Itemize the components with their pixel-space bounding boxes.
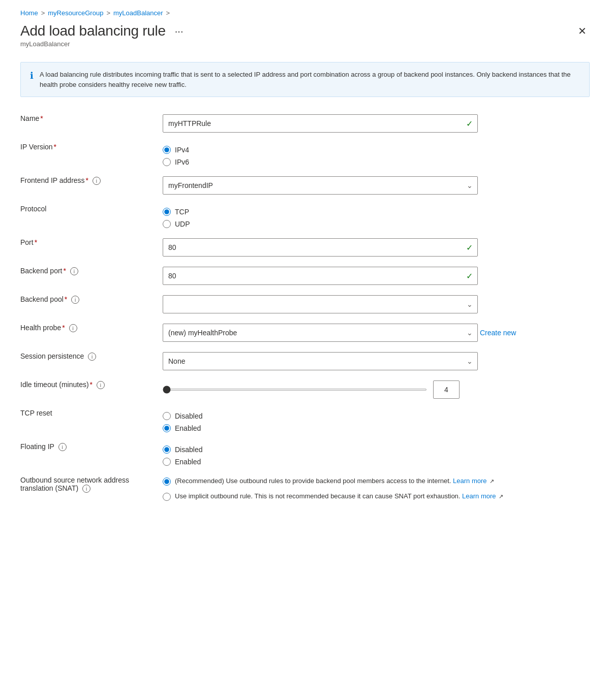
breadcrumb-load-balancer[interactable]: myLoadBalancer [113,9,163,17]
session-persistence-select[interactable]: None [163,352,478,370]
ip-version-ipv4[interactable]: IPv4 [163,146,590,154]
ip-version-control: IPv4 IPv6 [163,138,590,171]
tcp-reset-label: TCP reset [20,404,163,437]
ip-version-label: IP Version* [20,138,163,171]
protocol-udp-label: UDP [175,220,190,228]
snat-info-icon[interactable]: i [82,485,90,493]
port-input-wrapper: ✓ [163,238,478,257]
protocol-udp-radio[interactable] [163,220,171,228]
ip-version-radio-group: IPv4 IPv6 [163,143,590,166]
protocol-control: TCP UDP [163,200,590,233]
ip-version-row: IP Version* IPv4 IPv6 [20,138,590,171]
tcp-reset-disabled[interactable]: Disabled [163,412,590,420]
snat-option2-learn-more[interactable]: Learn more [462,492,496,500]
port-check-icon: ✓ [466,243,473,252]
backend-port-control: ✓ [163,262,590,290]
idle-timeout-label: Idle timeout (minutes)* i [20,375,163,404]
protocol-tcp[interactable]: TCP [163,208,590,216]
session-persistence-info-icon[interactable]: i [88,353,96,361]
form: Name* ✓ IP Version* [20,109,590,511]
backend-pool-info-icon[interactable]: i [71,296,79,304]
tcp-reset-disabled-radio[interactable] [163,412,171,420]
backend-port-row: Backend port* i ✓ [20,262,590,290]
protocol-row: Protocol TCP UDP [20,200,590,233]
floating-ip-enabled-label: Enabled [175,458,201,466]
backend-pool-select-wrapper: ⌄ [163,295,478,313]
floating-ip-info-icon[interactable]: i [58,443,67,451]
floating-ip-control: Disabled Enabled [163,437,590,471]
create-new-link[interactable]: Create new [480,329,516,337]
idle-timeout-slider-container [163,380,590,399]
frontend-ip-select-wrapper: myFrontendIP ⌄ [163,176,478,195]
ip-version-ipv4-label: IPv4 [175,146,189,154]
backend-port-input[interactable] [163,267,478,285]
backend-port-input-wrapper: ✓ [163,267,478,285]
tcp-reset-enabled-radio[interactable] [163,424,171,432]
backend-pool-label: Backend pool* i [20,290,163,319]
breadcrumb-resource-group[interactable]: myResourceGroup [48,9,103,17]
frontend-ip-control: myFrontendIP ⌄ [163,171,590,200]
floating-ip-disabled-label: Disabled [175,446,202,454]
header-left: Add load balancing rule ··· [20,23,186,39]
idle-timeout-control [163,375,590,404]
snat-option1: (Recommended) Use outbound rules to prov… [163,476,590,486]
protocol-tcp-radio[interactable] [163,208,171,216]
session-persistence-label: Session persistence i [20,347,163,375]
port-input[interactable] [163,238,478,257]
frontend-ip-row: Frontend IP address* i myFrontendIP ⌄ [20,171,590,200]
snat-option1-radio[interactable] [163,478,171,486]
ip-version-ipv4-radio[interactable] [163,146,171,154]
frontend-ip-select[interactable]: myFrontendIP [163,176,478,195]
breadcrumb-home[interactable]: Home [20,9,38,17]
backend-port-check-icon: ✓ [466,271,473,281]
name-check-icon: ✓ [466,119,473,129]
snat-option2-text: Use implicit outbound rule. This is not … [175,491,503,501]
name-control: ✓ [163,109,590,138]
breadcrumb: Home > myResourceGroup > myLoadBalancer … [20,0,590,21]
idle-timeout-info-icon[interactable]: i [97,381,105,389]
backend-port-label: Backend port* i [20,262,163,290]
frontend-ip-info-icon[interactable]: i [93,177,101,185]
header-row: Add load balancing rule ··· ✕ [20,23,590,39]
port-label: Port* [20,233,163,262]
protocol-udp[interactable]: UDP [163,220,590,228]
protocol-tcp-label: TCP [175,208,189,216]
frontend-ip-label: Frontend IP address* i [20,171,163,200]
tcp-reset-enabled[interactable]: Enabled [163,424,590,432]
ip-version-ipv6[interactable]: IPv6 [163,158,590,166]
idle-timeout-value-input[interactable] [433,380,460,399]
tcp-reset-row: TCP reset Disabled Enabled [20,404,590,437]
backend-pool-control: ⌄ [163,290,590,319]
health-probe-select-wrapper: (new) myHealthProbe ⌄ [163,324,478,342]
tcp-reset-enabled-label: Enabled [175,424,201,432]
health-probe-row: Health probe* i (new) myHealthProbe ⌄ Cr… [20,319,590,347]
protocol-label: Protocol [20,200,163,233]
name-input[interactable] [163,114,478,133]
snat-option2-ext-link-icon: ↗ [499,493,503,499]
floating-ip-enabled-radio[interactable] [163,458,171,466]
info-banner: ℹ A load balancing rule distributes inco… [20,62,590,97]
page-title: Add load balancing rule [20,23,166,39]
floating-ip-enabled[interactable]: Enabled [163,458,590,466]
health-probe-info-icon[interactable]: i [69,324,77,332]
idle-timeout-row: Idle timeout (minutes)* i [20,375,590,404]
tcp-reset-radio-group: Disabled Enabled [163,409,590,432]
close-button[interactable]: ✕ [575,25,590,37]
protocol-radio-group: TCP UDP [163,205,590,228]
backend-pool-select[interactable] [163,295,478,313]
ip-version-ipv6-radio[interactable] [163,158,171,166]
snat-row: Outbound source network address translat… [20,471,590,511]
snat-label: Outbound source network address translat… [20,471,163,511]
snat-option1-learn-more[interactable]: Learn more [453,477,486,485]
snat-option2: Use implicit outbound rule. This is not … [163,491,590,501]
floating-ip-label: Floating IP i [20,437,163,471]
snat-option1-text: (Recommended) Use outbound rules to prov… [175,476,494,486]
more-options-button[interactable]: ··· [172,25,187,37]
backend-port-info-icon[interactable]: i [70,267,78,275]
floating-ip-disabled[interactable]: Disabled [163,446,590,454]
idle-timeout-slider[interactable] [163,389,427,391]
backend-pool-row: Backend pool* i ⌄ [20,290,590,319]
snat-option2-radio[interactable] [163,493,171,501]
health-probe-select[interactable]: (new) myHealthProbe [163,324,478,342]
floating-ip-disabled-radio[interactable] [163,446,171,454]
